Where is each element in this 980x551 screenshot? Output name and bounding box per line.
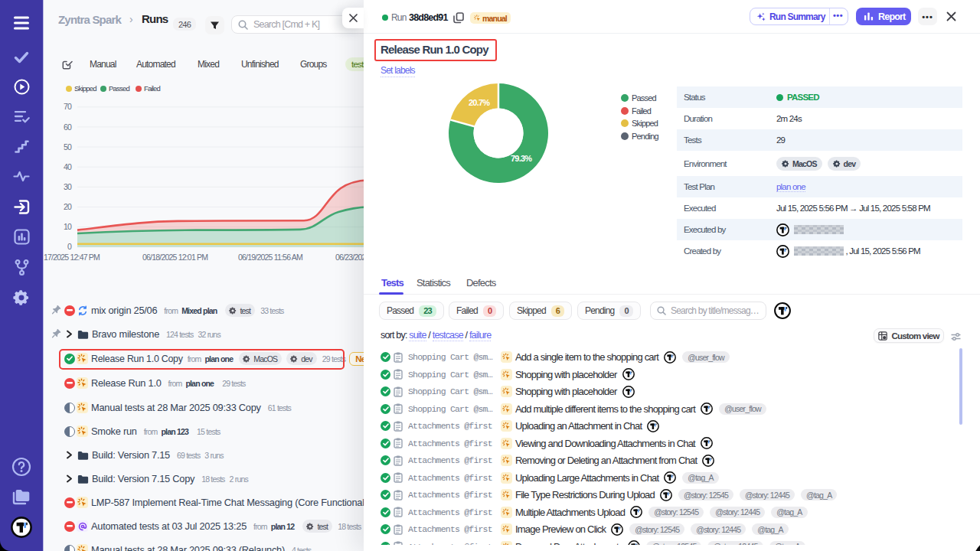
svg-text:60: 60 bbox=[64, 122, 72, 132]
svg-text:0: 0 bbox=[67, 242, 72, 251]
svg-text:50: 50 bbox=[64, 142, 72, 152]
svg-text:20.7%: 20.7% bbox=[469, 98, 490, 107]
svg-text:10: 10 bbox=[64, 222, 72, 231]
svg-text:40: 40 bbox=[64, 162, 72, 171]
svg-text:30: 30 bbox=[64, 182, 72, 191]
svg-text:70: 70 bbox=[64, 102, 72, 111]
svg-text:79.3%: 79.3% bbox=[511, 154, 532, 163]
svg-text:20: 20 bbox=[64, 202, 72, 211]
